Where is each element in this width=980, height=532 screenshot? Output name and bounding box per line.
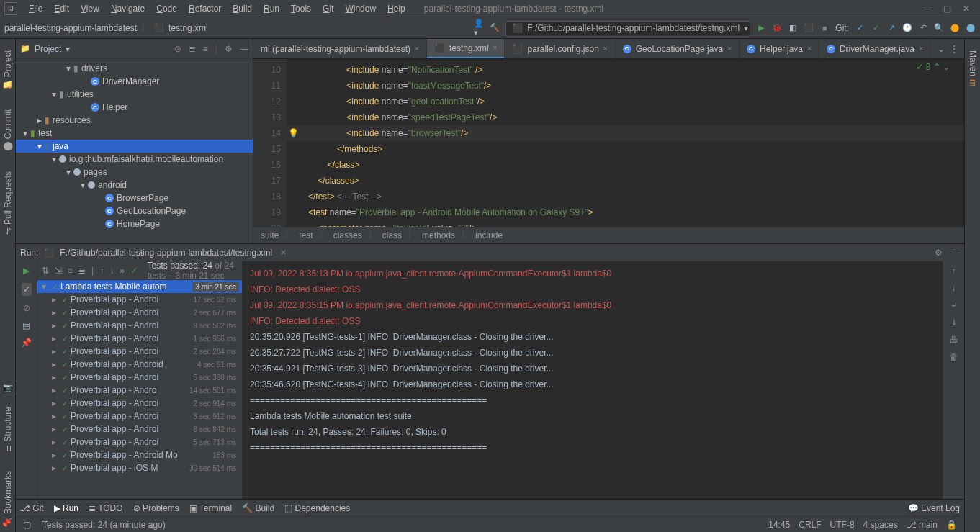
tab-dropdown-icon[interactable]: ⌄ [938,44,945,54]
event-log-tab[interactable]: 💬 Event Log [908,503,960,513]
status-branch[interactable]: ⎇ main [907,520,938,530]
settings-icon[interactable]: ⚙ [935,248,943,258]
test-row[interactable]: ▸✓Proverbial app - Androi3 sec 912 ms [37,410,242,423]
menu-run[interactable]: Run [258,1,285,17]
code-breadcrumb[interactable]: suite〉test〉classes〉class〉methods〉include [253,227,964,243]
close-icon[interactable]: × [281,248,286,258]
camera-icon[interactable]: 📷 [3,382,13,392]
breadcrumb-file[interactable]: testng.xml [168,23,208,33]
tree-item[interactable]: ▾▮java [16,140,253,153]
test-row[interactable]: ▸✓Proverbial app - Androi8 sec 942 ms [37,423,242,436]
test-row[interactable]: ▸✓Proverbial app - Android Mo153 ms [37,448,242,461]
code-crumb[interactable]: suite [261,230,279,240]
project-tool-tab[interactable]: 📁Project [1,46,14,95]
rerun-icon[interactable]: ▶ [23,266,30,276]
coverage-icon[interactable]: ◧ [788,23,798,33]
profile-icon[interactable]: ⬛ [804,23,814,33]
minimize-icon[interactable]: — [923,4,932,14]
run-config-selector[interactable]: ⬛F:/Github/parallel-testing-appium-lambd… [505,21,750,35]
test-row[interactable]: ▸✓Proverbial app - Androi9 sec 502 ms [37,319,242,332]
git-tool-tab[interactable]: ⎇ Git [20,503,44,513]
test-row[interactable]: ▸✓Proverbial app - iOS M30 sec 514 ms [37,461,242,474]
menu-navigate[interactable]: Navigate [105,1,150,17]
menu-code[interactable]: Code [150,1,183,17]
update-icon[interactable]: ✓ [855,23,865,33]
tree-item[interactable]: CDriverManager [16,75,253,88]
test-row[interactable]: ▸✓Proverbial app - Androi1 sec 956 ms [37,332,242,345]
console-output[interactable]: Jul 09, 2022 8:35:13 PM io.appium.java_c… [243,261,943,499]
menu-refactor[interactable]: Refactor [183,1,227,17]
test-row[interactable]: ▸✓Proverbial app - Android4 sec 51 ms [37,358,242,371]
run-icon[interactable]: ▶ [756,23,766,33]
editor-tab[interactable]: CGeoLocationPage.java× [616,39,740,58]
commit-icon[interactable]: ✓ [871,23,881,33]
collapse-icon[interactable]: ≣ [78,266,86,276]
todo-tool-tab[interactable]: ≣ TODO [89,503,123,513]
tree-item[interactable]: ▾io.github.mfaisalkhatri.mobileautomatio… [16,153,253,166]
menu-edit[interactable]: Edit [48,1,75,17]
menu-git[interactable]: Git [317,1,339,17]
editor-tab[interactable]: ⬛testng.xml× [427,39,505,58]
clear-icon[interactable]: 🗑 [950,352,958,362]
tree-item[interactable]: CHelper [16,101,253,114]
status-hide-icon[interactable]: ▢ [23,520,31,530]
search-icon[interactable]: 🔍 [934,23,944,33]
history-icon[interactable]: 🕐 [902,23,912,33]
lock-icon[interactable]: 🔒 [946,520,957,530]
project-tree[interactable]: ▾▮driversCDriverManager▾▮utilitiesCHelpe… [16,59,253,243]
test-row[interactable]: ▸✓Proverbial app - Androi5 sec 388 ms [37,371,242,384]
hide-icon[interactable]: — [240,44,248,54]
pull-requests-tool-tab[interactable]: ⇋Pull Requests [1,167,14,239]
pin-icon[interactable]: 📌 [21,338,32,348]
status-line-sep[interactable]: CRLF [799,520,821,530]
expand-icon[interactable]: ≡ [68,266,73,276]
settings-icon[interactable]: ⚙ [225,44,233,54]
menu-help[interactable]: Help [382,1,411,17]
test-row[interactable]: ▸✓Proverbial app - Androi5 sec 713 ms [37,436,242,448]
test-row[interactable]: ▸✓Proverbial app - Androi2 sec 677 ms [37,306,242,319]
code-content[interactable]: <include name="NotificationTest" /> <inc… [287,59,964,227]
status-encoding[interactable]: UTF-8 [830,520,855,530]
more-icon[interactable]: ⋮ [950,44,958,54]
maximize-icon[interactable]: ▢ [943,4,951,14]
tree-item[interactable]: ▾android [16,179,253,191]
avatar-icon[interactable]: ⬤ [966,23,976,33]
editor-tab[interactable]: CDriverManager.java× [819,39,931,58]
rollback-icon[interactable]: ↶ [918,23,928,33]
status-indent[interactable]: 4 spaces [863,520,898,530]
code-crumb[interactable]: include [475,230,503,240]
tree-item[interactable]: ▸▮resources [16,114,253,127]
menu-view[interactable]: View [75,1,105,17]
push-icon[interactable]: ↗ [886,23,896,33]
test-row[interactable]: ▸✓Proverbial app - Androi17 sec 52 ms [37,293,242,306]
sort-icon[interactable]: ⇅ [42,266,49,276]
expand-all-icon[interactable]: ≣ [189,44,196,54]
locate-icon[interactable]: ⊙ [174,44,181,54]
close-icon[interactable]: ✕ [963,4,970,14]
terminal-tool-tab[interactable]: ▣ Terminal [189,503,232,513]
tree-item[interactable]: ▾▮drivers [16,62,253,75]
editor-tab[interactable]: ⬛parallel.config.json× [505,39,615,58]
tree-item[interactable]: CBrowserPage [16,191,253,204]
layout-icon[interactable]: ▤ [22,320,30,330]
test-row[interactable]: ▸✓Proverbial app - Androi2 sec 914 ms [37,397,242,410]
toggle-pass-icon[interactable]: ✓ [22,283,32,296]
bookmarks-tool-tab[interactable]: 📌Bookmarks [1,466,14,532]
structure-tool-tab[interactable]: ≣Structure [1,402,14,456]
prev-icon[interactable]: ↑ [99,266,104,276]
test-row[interactable]: ▸✓Proverbial app - Andro14 sec 501 ms [37,384,242,397]
hide-icon[interactable]: — [951,248,960,258]
code-inspection-status[interactable]: ✓ 8 ⌃ ⌄ [916,62,950,72]
code-crumb[interactable]: methods [422,230,455,240]
ide-settings-icon[interactable]: ⬤ [950,23,960,33]
user-icon[interactable]: 👤▾ [474,23,484,33]
menu-window[interactable]: Window [339,1,382,17]
up-icon[interactable]: ↑ [952,266,956,276]
tree-item[interactable]: ▾▮utilities [16,88,253,101]
next-icon[interactable]: ↓ [109,266,114,276]
editor-tab[interactable]: CHelper.java× [740,39,819,58]
scroll-end-icon[interactable]: ⤓ [950,317,958,328]
tree-item[interactable]: CGeoLocationPage [16,204,253,217]
code-crumb[interactable]: classes [333,230,362,240]
soft-wrap-icon[interactable]: ⤶ [950,300,958,310]
